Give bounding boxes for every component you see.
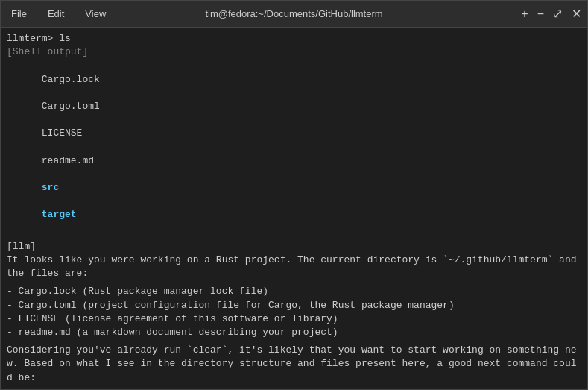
llm-item-cargo-lock: - Cargo.lock (Rust package manager lock … xyxy=(7,285,581,298)
window-controls: + − ⤢ ✕ xyxy=(521,8,581,20)
minimize-button[interactable]: − xyxy=(537,8,544,20)
file-listing: Cargo.lock Cargo.toml LICENSE readme.md … xyxy=(7,59,581,235)
new-tab-button[interactable]: + xyxy=(521,8,528,20)
llm-tag: [llm] xyxy=(7,240,581,254)
menu-file[interactable]: File xyxy=(7,7,31,21)
file-src: src xyxy=(42,182,59,193)
titlebar: File Edit View tim@fedora:~/Documents/Gi… xyxy=(1,1,587,28)
window-title: tim@fedora:~/Documents/GitHub/llmterm xyxy=(205,8,382,19)
shell-output-label: [Shell output] xyxy=(7,45,581,59)
menu-bar: File Edit View xyxy=(7,7,110,21)
command-ls: llmterm> ls xyxy=(7,32,581,45)
maximize-button[interactable]: ⤢ xyxy=(553,8,563,20)
file-readme: readme.md xyxy=(42,155,94,166)
llm-item-cargo-toml: - Cargo.toml (project configuration file… xyxy=(7,299,581,312)
close-button[interactable]: ✕ xyxy=(572,8,581,20)
file-license: LICENSE xyxy=(42,128,83,139)
menu-view[interactable]: View xyxy=(80,7,110,21)
llm-intro: It looks like you were working on a Rust… xyxy=(7,254,581,280)
file-target: target xyxy=(42,209,77,220)
menu-edit[interactable]: Edit xyxy=(43,7,69,21)
terminal-window: File Edit View tim@fedora:~/Documents/Gi… xyxy=(0,0,588,390)
file-cargo-lock: Cargo.lock xyxy=(42,74,100,85)
llm-suggestion-intro: Considering you've already run `clear`, … xyxy=(7,344,581,385)
terminal-output[interactable]: llmterm> ls [Shell output] Cargo.lock Ca… xyxy=(1,28,587,389)
llm-item-license: - LICENSE (license agreement of this sof… xyxy=(7,312,581,326)
llm-item-readme: - readme.md (a markdown document describ… xyxy=(7,326,581,339)
file-cargo-toml: Cargo.toml xyxy=(42,101,100,112)
